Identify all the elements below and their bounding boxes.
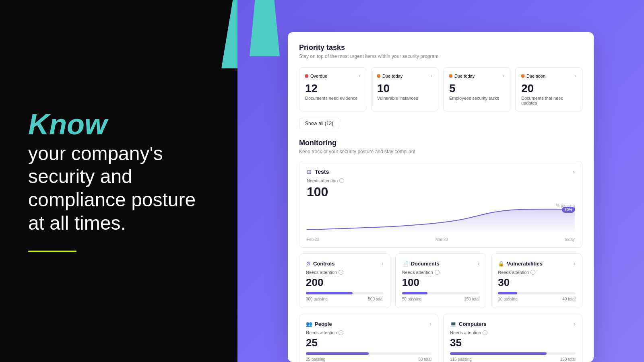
right-panel: Priority tasks Stay on top of the most u… xyxy=(237,0,644,362)
overdue-number: 12 xyxy=(305,83,360,94)
controls-progress-labels: 300 passing 500 total xyxy=(306,297,384,301)
documents-title: Documents xyxy=(411,261,440,267)
headline-know: Know xyxy=(28,110,209,139)
overdue-dot xyxy=(305,74,308,78)
chevron-right-icon: › xyxy=(503,73,504,79)
computers-number: 35 xyxy=(450,337,576,349)
people-info-icon[interactable]: i xyxy=(339,330,343,335)
due-today-2-label: Employees security tasks xyxy=(449,96,504,101)
monitoring-title: Monitoring xyxy=(299,139,582,147)
documents-progress-bar xyxy=(402,292,480,294)
teal-decoration xyxy=(221,0,237,68)
computers-progress-fill xyxy=(450,352,547,355)
chart-date-labels: Feb 23 Mar 23 Today xyxy=(307,237,575,242)
tests-line-chart xyxy=(307,204,575,232)
due-soon-number: 20 xyxy=(521,83,576,94)
metrics-top-row: ⚙ Controls › Needs attention i 200 3 xyxy=(299,253,582,308)
chevron-right-icon: › xyxy=(575,73,576,79)
main-card: Priority tasks Stay on top of the most u… xyxy=(288,32,594,362)
monitoring-section: Monitoring Keep track of your security p… xyxy=(299,139,582,362)
computers-progress-bar xyxy=(450,352,576,355)
show-all-button[interactable]: Show all (13) xyxy=(299,118,339,129)
tests-chevron-icon: › xyxy=(573,169,575,175)
tests-card[interactable]: ⊞ Tests › Needs attention i 100 % passin… xyxy=(299,161,582,248)
computers-icon: 💻 xyxy=(450,321,456,327)
people-card[interactable]: 👥 People › Needs attention i 25 25 xyxy=(299,314,438,362)
due-soon-badge: Due soon xyxy=(521,74,545,78)
controls-info-icon[interactable]: i xyxy=(339,270,343,275)
computers-progress-labels: 115 passing 150 total xyxy=(450,357,576,362)
documents-needs-attention: Needs attention i xyxy=(402,270,480,275)
headline-rest: your company's security and compliance p… xyxy=(28,142,209,234)
task-card-due-today-2[interactable]: Due today › 5 Employees security tasks xyxy=(443,67,510,111)
people-progress-bar xyxy=(306,352,431,355)
vulnerabilities-progress-bar xyxy=(498,292,576,294)
monitoring-subtitle: Keep track of your security posture and … xyxy=(299,149,582,154)
vulnerabilities-needs-attention: Needs attention i xyxy=(498,270,576,275)
computers-needs-attention: Needs attention i xyxy=(450,330,576,335)
vulnerabilities-progress-fill xyxy=(498,292,517,294)
vulnerabilities-info-icon[interactable]: i xyxy=(530,270,535,275)
controls-number: 200 xyxy=(306,276,384,289)
task-card-due-today-1[interactable]: Due today › 10 Vulnerable instances xyxy=(371,67,438,111)
due-today-1-dot xyxy=(377,74,380,78)
priority-tasks-subtitle: Stay on top of the most urgent items wit… xyxy=(299,53,582,59)
people-progress-fill xyxy=(306,352,369,355)
due-soon-label: Documents that need updates xyxy=(521,96,576,105)
task-cards-row: Overdue › 12 Documents need evidence Due… xyxy=(299,67,582,111)
chart-percentage-badge: 70% xyxy=(562,207,575,213)
priority-tasks-section: Priority tasks Stay on top of the most u… xyxy=(299,43,582,139)
controls-title: Controls xyxy=(313,261,334,267)
priority-tasks-title: Priority tasks xyxy=(299,43,582,52)
left-panel: Know your company's security and complia… xyxy=(0,0,237,362)
overdue-label: Documents need evidence xyxy=(305,96,360,101)
chevron-right-icon: › xyxy=(359,73,360,79)
controls-card[interactable]: ⚙ Controls › Needs attention i 200 3 xyxy=(299,253,390,308)
due-today-2-number: 5 xyxy=(449,83,504,94)
people-icon: 👥 xyxy=(306,321,312,327)
metrics-bottom-row: 👥 People › Needs attention i 25 25 xyxy=(299,314,582,362)
people-title: People xyxy=(315,321,332,327)
people-number: 25 xyxy=(306,337,431,349)
people-needs-attention: Needs attention i xyxy=(306,330,431,335)
task-card-overdue[interactable]: Overdue › 12 Documents need evidence xyxy=(299,67,366,111)
due-today-2-dot xyxy=(449,74,452,78)
documents-info-icon[interactable]: i xyxy=(435,270,440,275)
vulnerabilities-title: Vulnerabilities xyxy=(507,261,542,267)
controls-needs-attention: Needs attention i xyxy=(306,270,384,275)
task-card-due-soon[interactable]: Due soon › 20 Documents that need update… xyxy=(515,67,582,111)
due-today-1-badge: Due today xyxy=(377,74,402,78)
vulnerabilities-card[interactable]: 🔒 Vulnerabilities › Needs attention i 30 xyxy=(491,253,582,308)
tests-icon: ⊞ xyxy=(307,169,312,175)
due-today-1-label: Vulnerable instances xyxy=(377,96,432,101)
vulnerabilities-chevron-icon: › xyxy=(574,260,576,267)
tests-title: Tests xyxy=(315,169,329,175)
tests-info-icon[interactable]: i xyxy=(339,178,344,183)
tests-chart: % passing xyxy=(307,204,575,236)
computers-card[interactable]: 💻 Computers › Needs attention i 35 xyxy=(443,314,582,362)
tests-number: 100 xyxy=(307,185,575,200)
documents-icon: 📄 xyxy=(402,261,409,267)
documents-progress-fill xyxy=(402,292,428,294)
tests-needs-attention: Needs attention i xyxy=(307,178,575,183)
documents-card[interactable]: 📄 Documents › Needs attention i 100 xyxy=(395,253,487,308)
documents-number: 100 xyxy=(402,276,480,289)
due-soon-dot xyxy=(521,74,524,78)
due-today-1-number: 10 xyxy=(377,83,432,94)
documents-chevron-icon: › xyxy=(478,260,480,267)
computers-chevron-icon: › xyxy=(574,321,576,327)
controls-progress-bar xyxy=(306,292,384,294)
yellow-divider xyxy=(28,251,76,252)
vulnerabilities-progress-labels: 10 passing 40 total xyxy=(498,297,576,301)
computers-title: Computers xyxy=(459,321,487,327)
vulnerabilities-number: 30 xyxy=(498,276,576,289)
documents-progress-labels: 50 passing 150 total xyxy=(402,297,480,301)
computers-info-icon[interactable]: i xyxy=(483,330,487,335)
due-today-2-badge: Due today xyxy=(449,74,475,78)
chevron-right-icon: › xyxy=(431,73,432,79)
people-progress-labels: 25 passing 50 total xyxy=(306,357,431,362)
vulnerabilities-icon: 🔒 xyxy=(498,261,504,267)
controls-icon: ⚙ xyxy=(306,261,311,267)
controls-chevron-icon: › xyxy=(382,260,384,267)
overdue-badge: Overdue xyxy=(305,74,327,78)
